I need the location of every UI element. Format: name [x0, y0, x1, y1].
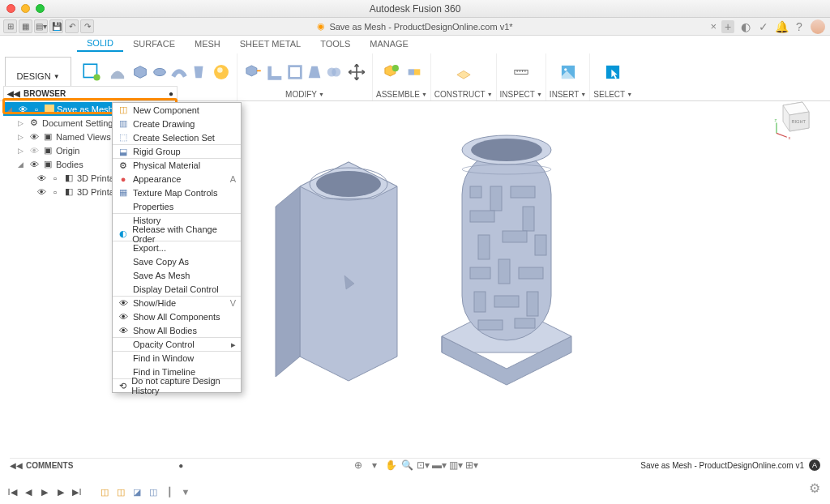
svg-rect-39 — [515, 318, 535, 328]
fit-icon[interactable]: ▬▾ — [433, 459, 446, 472]
window-zoom-button[interactable] — [36, 4, 45, 13]
app-grid-button[interactable]: ⊞ — [3, 19, 17, 33]
menu-opacity-control[interactable]: Opacity Control▸ — [113, 337, 241, 351]
ribbon-tab-sheetmetal[interactable]: SHEET METAL — [230, 36, 310, 51]
combine-icon[interactable] — [325, 63, 343, 81]
revolve-icon[interactable] — [151, 63, 169, 81]
grid-settings-icon[interactable]: ⊞▾ — [465, 459, 478, 472]
joint-icon[interactable] — [405, 63, 423, 81]
pan-icon[interactable]: ✋ — [384, 459, 397, 472]
fillet-icon[interactable] — [267, 63, 285, 81]
menu-save-as-mesh[interactable]: Save As Mesh — [113, 268, 241, 282]
data-panel-button[interactable]: ▦ — [19, 19, 32, 33]
tab-close-button[interactable]: × — [710, 20, 717, 32]
shell-icon[interactable] — [286, 63, 304, 81]
zoom-icon[interactable]: 🔍 — [400, 459, 413, 472]
menu-create-selection-set[interactable]: ⬚Create Selection Set — [113, 130, 241, 144]
timeline-feature-icon[interactable]: ◪ — [131, 486, 143, 498]
redo-button[interactable]: ↷ — [80, 19, 94, 33]
menu-rigid-group[interactable]: ⬓Rigid Group — [113, 144, 241, 158]
ribbon-tab-solid[interactable]: SOLID — [77, 36, 123, 52]
menu-properties[interactable]: Properties — [113, 199, 241, 213]
sweep-icon[interactable] — [170, 63, 188, 81]
menu-create-drawing[interactable]: ▥Create Drawing — [113, 117, 241, 130]
context-menu: ◫New Component ▥Create Drawing ⬚Create S… — [112, 102, 242, 393]
undo-button[interactable]: ↶ — [65, 19, 79, 33]
ribbon-tab-tools[interactable]: TOOLS — [310, 36, 360, 51]
timeline-feature-icon[interactable]: ◫ — [115, 486, 126, 498]
zoom-window-icon[interactable]: ⊡▾ — [417, 459, 430, 472]
user-avatar[interactable] — [811, 19, 825, 34]
new-tab-button[interactable]: + — [721, 20, 734, 33]
ribbon-tab-mesh[interactable]: MESH — [185, 36, 230, 51]
menu-show-hide[interactable]: 👁Show/HideV — [113, 296, 241, 310]
job-status-icon[interactable]: ✓ — [757, 20, 770, 33]
timeline-feature-icon[interactable]: ◫ — [148, 486, 159, 498]
app-title: Autodesk Fusion 360 — [370, 3, 461, 15]
draft-icon[interactable] — [306, 63, 323, 81]
help-icon[interactable]: ? — [793, 20, 806, 33]
browser-header[interactable]: ◀◀BROWSER ● — [3, 86, 178, 100]
emboss-icon[interactable] — [209, 60, 233, 84]
menu-no-capture-history[interactable]: ⟲Do not capture Design History — [113, 378, 241, 392]
sketch-tool-icon[interactable] — [79, 60, 104, 84]
create-form-icon[interactable] — [105, 60, 130, 84]
loft-icon[interactable] — [190, 63, 208, 81]
timeline-feature-icon[interactable]: ◫ — [99, 486, 110, 498]
timeline-play-button[interactable]: ▶ — [39, 486, 50, 498]
menu-show-all-bodies[interactable]: 👁Show All Bodies — [113, 323, 241, 337]
svg-rect-24 — [470, 186, 481, 198]
press-pull-icon[interactable] — [241, 60, 265, 84]
ribbon-tab-surface[interactable]: SURFACE — [123, 36, 185, 51]
ribbon-tab-manage[interactable]: MANAGE — [360, 36, 418, 51]
construct-plane-icon[interactable] — [451, 60, 476, 84]
modify-label[interactable]: MODIFY — [285, 90, 317, 99]
assemble-label[interactable]: ASSEMBLE — [376, 90, 420, 99]
display-settings-icon[interactable]: ▥▾ — [449, 459, 462, 472]
construct-label[interactable]: CONSTRUCT — [434, 90, 486, 99]
inspect-label[interactable]: INSPECT — [500, 90, 535, 99]
document-tab[interactable]: ◉ Save as Mesh - ProductDesignOnline.com… — [317, 21, 512, 32]
timeline-prev-button[interactable]: ◀ — [23, 486, 34, 498]
window-minimize-button[interactable] — [21, 4, 30, 13]
menu-show-all-components[interactable]: 👁Show All Components — [113, 310, 241, 323]
comments-toggle[interactable]: ◀◀ — [10, 461, 23, 470]
move-icon[interactable] — [344, 60, 369, 84]
select-icon[interactable] — [601, 60, 625, 84]
measure-icon[interactable] — [509, 60, 533, 84]
select-label[interactable]: SELECT — [593, 90, 625, 99]
viewcube[interactable]: RIGHT z x — [770, 96, 815, 141]
look-icon[interactable]: ▾ — [368, 459, 381, 472]
extensions-icon[interactable]: ◐ — [739, 20, 752, 33]
file-menu-button[interactable]: ▤▾ — [34, 19, 48, 33]
menu-display-detail[interactable]: Display Detail Control — [113, 282, 241, 296]
save-button[interactable]: 💾 — [49, 19, 63, 33]
menu-find-window[interactable]: Find in Window — [113, 351, 241, 365]
tab-title: Save as Mesh - ProductDesignOnline.com v… — [329, 22, 512, 32]
menu-appearance[interactable]: ●AppearanceA — [113, 172, 241, 186]
ribbon-group-modify: MODIFY▼ — [237, 53, 373, 100]
timeline-end-button[interactable]: ▶I — [71, 486, 83, 498]
settings-gear-icon[interactable]: ⚙ — [809, 481, 820, 496]
menu-physical-material[interactable]: ⚙Physical Material — [113, 158, 241, 172]
menu-texture-map[interactable]: ▦Texture Map Controls — [113, 186, 241, 199]
menu-release[interactable]: ◐Release with Change Order — [113, 227, 241, 241]
timeline-marker-icon[interactable]: ▼ — [180, 486, 191, 498]
notifications-icon[interactable]: 🔔 — [775, 20, 788, 33]
svg-point-2 — [154, 68, 166, 75]
new-component-icon[interactable] — [379, 60, 404, 84]
autodesk-badge-icon[interactable]: A — [809, 459, 820, 471]
menu-new-component[interactable]: ◫New Component — [113, 103, 241, 117]
timeline-feature-icon[interactable]: ┃ — [164, 486, 175, 498]
extrude-icon[interactable] — [131, 63, 149, 81]
timeline-next-button[interactable]: ▶ — [55, 486, 66, 498]
timeline-start-button[interactable]: I◀ — [6, 486, 18, 498]
comments-label[interactable]: COMMENTS — [26, 461, 73, 470]
insert-label[interactable]: INSERT — [550, 90, 580, 99]
svg-rect-10 — [414, 69, 420, 75]
viewport-3d-model[interactable] — [251, 109, 592, 450]
menu-save-copy-as[interactable]: Save Copy As — [113, 254, 241, 268]
window-close-button[interactable] — [6, 4, 15, 13]
orbit-icon[interactable]: ⊕ — [352, 459, 365, 472]
insert-icon[interactable] — [556, 60, 580, 84]
